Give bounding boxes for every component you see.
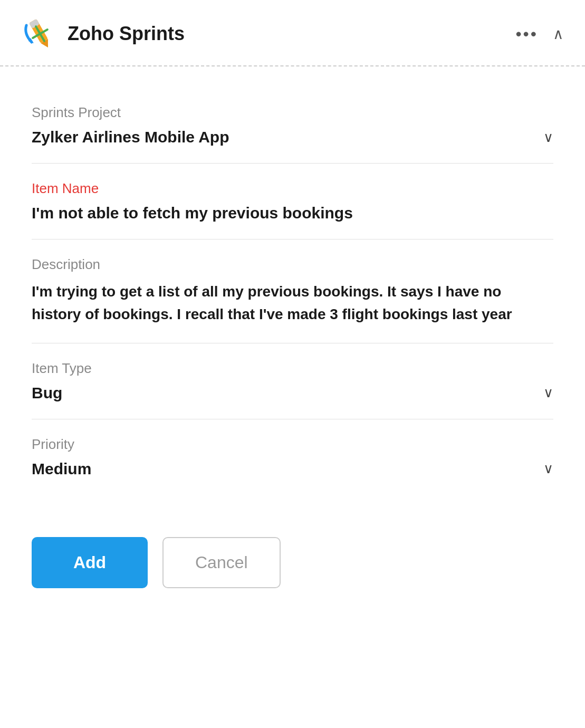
description-value[interactable]: I'm trying to get a list of all my previ… [32,280,553,326]
priority-section: Priority Medium ∨ [32,419,553,495]
app-title: Zoho Sprints [68,23,185,45]
more-options-icon[interactable]: ••• [515,24,538,44]
sprints-project-dropdown[interactable]: Zylker Airlines Mobile App ∨ [32,128,553,146]
header-right: ••• ∧ [515,24,564,44]
item-type-label: Item Type [32,360,553,377]
cancel-button[interactable]: Cancel [162,537,281,588]
sprints-project-section: Sprints Project Zylker Airlines Mobile A… [32,88,553,164]
description-label: Description [32,256,553,273]
priority-value: Medium [32,460,91,478]
priority-dropdown[interactable]: Medium ∨ [32,460,553,478]
sprints-project-label: Sprints Project [32,104,553,121]
collapse-icon[interactable]: ∧ [553,25,564,43]
item-name-section: Item Name I'm not able to fetch my previ… [32,164,553,240]
add-button[interactable]: Add [32,537,148,588]
sprints-project-chevron-icon: ∨ [543,129,553,146]
item-type-section: Item Type Bug ∨ [32,343,553,419]
header-left: Zoho Sprints [21,15,185,53]
footer-actions: Add Cancel [0,516,585,609]
sprints-project-value: Zylker Airlines Mobile App [32,128,229,146]
item-type-chevron-icon: ∨ [543,385,553,401]
form-content: Sprints Project Zylker Airlines Mobile A… [0,66,585,516]
priority-chevron-icon: ∨ [543,461,553,477]
description-section: Description I'm trying to get a list of … [32,240,553,343]
zoho-sprints-logo-icon [21,15,59,53]
item-name-label: Item Name [32,180,553,197]
item-type-dropdown[interactable]: Bug ∨ [32,384,553,402]
item-name-value[interactable]: I'm not able to fetch my previous bookin… [32,204,553,222]
item-type-value: Bug [32,384,62,402]
app-header: Zoho Sprints ••• ∧ [0,0,585,66]
priority-label: Priority [32,436,553,453]
